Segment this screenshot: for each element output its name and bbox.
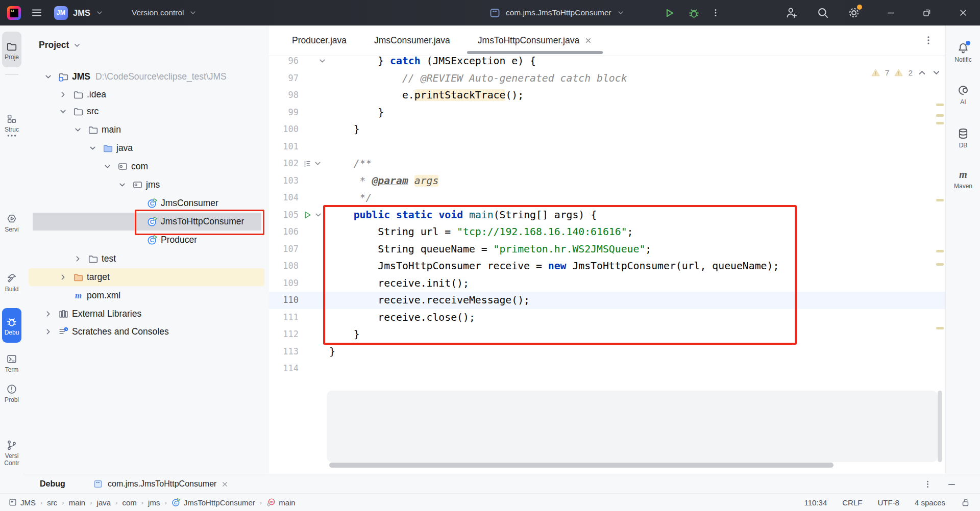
close-icon[interactable] xyxy=(221,480,229,488)
code-line-96[interactable]: 96 } catch (JMSException e) { xyxy=(269,56,945,70)
activity-item-more[interactable] xyxy=(0,130,23,141)
line-number[interactable]: 98 xyxy=(269,87,299,104)
code-line-99[interactable]: 99 } xyxy=(269,104,945,121)
chevron-down-icon[interactable] xyxy=(44,72,53,81)
code-line-100[interactable]: 100 } xyxy=(269,121,945,138)
line-number[interactable]: 97 xyxy=(269,70,299,87)
chevron-down-icon[interactable] xyxy=(103,162,112,171)
project-view-selector[interactable]: Project xyxy=(39,40,81,50)
line-number[interactable]: 99 xyxy=(269,104,299,121)
chevron-right-icon[interactable] xyxy=(74,254,82,263)
line-number[interactable]: 96 xyxy=(269,56,299,70)
code-line-112[interactable]: 112 } xyxy=(269,326,945,343)
activity-item-term[interactable]: Term xyxy=(0,353,23,373)
tree-item-scratches-and-consoles[interactable]: Scratches and Consoles xyxy=(23,323,269,341)
activity-item-debu[interactable]: Debu xyxy=(0,316,23,336)
tool-window-button-notific[interactable]: Notific xyxy=(946,42,980,63)
fold-chevron-icon[interactable] xyxy=(313,159,322,168)
breadcrumb-item-java[interactable]: java xyxy=(97,498,111,507)
chevron-down-icon[interactable] xyxy=(74,125,82,134)
code-line-105[interactable]: 105 public static void main(String[] arg… xyxy=(269,207,945,224)
indent-style[interactable]: 4 spaces xyxy=(915,498,945,507)
line-number[interactable]: 107 xyxy=(269,241,299,258)
line-number[interactable]: 100 xyxy=(269,121,299,138)
tree-item-jms[interactable]: JMSD:\CodeSource\eclipse_test\JMS xyxy=(23,68,269,86)
tool-window-button-maven[interactable]: mMaven xyxy=(946,168,980,190)
hide-panel-icon[interactable] xyxy=(947,479,957,489)
code-line-98[interactable]: 98 e.printStackTrace(); xyxy=(269,87,945,104)
search-everywhere-button[interactable] xyxy=(817,0,829,25)
breadcrumb-item-main[interactable]: mmain xyxy=(266,498,296,507)
line-number[interactable]: 102 xyxy=(269,155,299,172)
vcs-widget[interactable]: Version control xyxy=(132,0,197,25)
debug-session-tab[interactable]: com.jms.JmsToHttpConsumer xyxy=(93,474,229,494)
chevron-down-icon[interactable] xyxy=(932,68,941,78)
inspections-widget[interactable]: 72 xyxy=(871,68,941,78)
tool-window-button-ai[interactable]: AI xyxy=(946,84,980,106)
code-line-106[interactable]: 106 String url = "tcp://192.168.16.140:6… xyxy=(269,223,945,241)
line-number[interactable]: 101 xyxy=(269,138,299,156)
chevron-right-icon[interactable] xyxy=(44,310,53,318)
code-line-103[interactable]: 103 * @param args xyxy=(269,172,945,190)
caret-position[interactable]: 110:34 xyxy=(804,498,827,507)
activity-item-servi[interactable]: Servi xyxy=(0,213,23,233)
line-number[interactable]: 105 xyxy=(269,207,299,224)
tree-item-jms[interactable]: jms xyxy=(23,176,269,194)
tree-item-jmstohttpconsumer[interactable]: CJmsToHttpConsumer xyxy=(23,213,269,231)
doc-render-icon[interactable] xyxy=(303,159,312,168)
main-menu-button[interactable] xyxy=(31,0,43,25)
tree-item-target[interactable]: target xyxy=(23,268,269,286)
tree-item-external-libraries[interactable]: External Libraries xyxy=(23,305,269,323)
lock-open-icon[interactable] xyxy=(961,497,971,507)
line-number[interactable]: 109 xyxy=(269,275,299,292)
chevron-down-icon[interactable] xyxy=(118,181,127,189)
chevron-up-icon[interactable] xyxy=(917,68,927,78)
activity-item-build[interactable]: Build xyxy=(0,273,23,293)
chevron-right-icon[interactable] xyxy=(59,273,67,282)
editor-tab-producer.java[interactable]: Producer.java xyxy=(278,25,360,56)
editor-options-kebab-icon[interactable] xyxy=(923,35,934,46)
editor-tab-jmsconsumer.java[interactable]: JmsConsumer.java xyxy=(360,25,464,56)
kebab-icon[interactable] xyxy=(923,479,933,489)
tree-item-main[interactable]: main xyxy=(23,121,269,139)
code-line-108[interactable]: 108 JmsToHttpConsumer receive = new JmsT… xyxy=(269,258,945,275)
breadcrumb-item-jms[interactable]: JMS xyxy=(8,498,36,507)
minimize-button[interactable] xyxy=(879,0,902,25)
code-line-114[interactable]: 114 xyxy=(269,360,945,377)
breadcrumb-item-com[interactable]: com xyxy=(122,498,136,507)
editor-tab-jmstohttpconsumer.java[interactable]: JmsToHttpConsumer.java xyxy=(464,25,606,56)
line-number[interactable]: 111 xyxy=(269,309,299,326)
fold-chevron-icon[interactable] xyxy=(314,211,323,219)
tree-item-producer[interactable]: CProducer xyxy=(23,231,269,249)
line-number[interactable]: 106 xyxy=(269,223,299,241)
tree-item-.idea[interactable]: .idea xyxy=(23,86,269,104)
code-line-101[interactable]: 101 xyxy=(269,138,945,156)
horizontal-scrollbar[interactable] xyxy=(329,463,834,468)
tree-item-jmsconsumer[interactable]: CJmsConsumer xyxy=(23,194,269,212)
activity-item-probl[interactable]: Probl xyxy=(0,384,23,403)
code-line-113[interactable]: 113} xyxy=(269,343,945,361)
chevron-right-icon[interactable] xyxy=(59,90,67,99)
code-line-97[interactable]: 97 // @REVIEW Auto-generated catch block xyxy=(269,70,945,87)
code-line-102[interactable]: 102 /** xyxy=(269,155,945,172)
run-configuration-widget[interactable]: com.jms.JmsToHttpConsumer xyxy=(489,0,625,25)
tree-item-com[interactable]: com xyxy=(23,158,269,175)
line-number[interactable]: 103 xyxy=(269,172,299,190)
breadcrumb-item-jms[interactable]: jms xyxy=(148,498,160,507)
close-icon[interactable] xyxy=(584,37,592,44)
breadcrumb-item-src[interactable]: src xyxy=(47,498,57,507)
vertical-scrollbar[interactable] xyxy=(938,391,942,462)
tree-item-java[interactable]: java xyxy=(23,139,269,157)
line-number[interactable]: 104 xyxy=(269,189,299,207)
activity-item-proje[interactable]: Proje xyxy=(0,41,23,61)
line-number[interactable]: 108 xyxy=(269,258,299,275)
run-button[interactable] xyxy=(664,0,675,25)
breadcrumb-item-jmstohttpconsumer[interactable]: CJmsToHttpConsumer xyxy=(172,498,255,507)
close-button[interactable] xyxy=(951,0,975,25)
chevron-down-icon[interactable] xyxy=(59,107,67,116)
line-number[interactable]: 110 xyxy=(269,292,299,309)
project-widget[interactable]: JM JMS xyxy=(54,0,104,25)
chevron-down-icon[interactable] xyxy=(88,144,97,152)
debug-button[interactable] xyxy=(688,0,700,25)
tree-item-pom.xml[interactable]: mpom.xml xyxy=(23,287,269,304)
